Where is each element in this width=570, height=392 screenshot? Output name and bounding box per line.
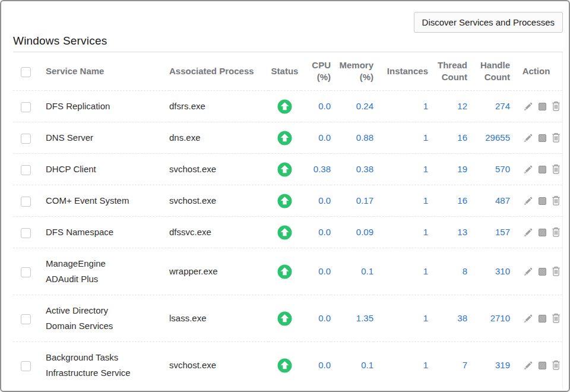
table-row: COM+ Event System svchost.exe 0.0 0.17 1… [13, 185, 563, 217]
service-name-cell: COM+ Event System [46, 185, 169, 217]
row-checkbox[interactable] [21, 361, 31, 371]
handle-count-cell[interactable]: 319 [467, 342, 510, 389]
cpu-cell[interactable]: 0.0 [301, 91, 331, 122]
thread-count-cell[interactable]: 13 [428, 217, 467, 248]
instances-cell[interactable]: 1 [373, 342, 428, 389]
cpu-cell[interactable]: 0.0 [301, 217, 331, 248]
cpu-cell[interactable]: 0.0 [301, 295, 331, 342]
handle-count-cell[interactable]: 157 [467, 217, 510, 248]
instances-cell[interactable]: 1 [373, 122, 428, 154]
status-up-arrow-icon [277, 264, 292, 279]
edit-pencil-icon[interactable] [523, 361, 533, 371]
edit-pencil-icon[interactable] [523, 267, 533, 277]
delete-trash-icon[interactable] [552, 266, 560, 277]
page-title: Windows Services [13, 34, 563, 52]
thread-count-cell[interactable]: 16 [428, 122, 467, 154]
stop-square-icon[interactable] [539, 197, 546, 205]
status-up-arrow-icon [277, 131, 292, 146]
row-checkbox[interactable] [21, 165, 31, 175]
thread-count-cell[interactable]: 12 [428, 91, 467, 122]
memory-cell[interactable]: 0.1 [331, 248, 373, 295]
cpu-cell[interactable]: 0.0 [301, 248, 331, 295]
memory-cell[interactable]: 0.88 [331, 122, 373, 154]
stop-square-icon[interactable] [539, 103, 546, 110]
stop-square-icon[interactable] [539, 268, 546, 276]
memory-cell[interactable]: 0.24 [331, 91, 373, 122]
action-cell [510, 91, 563, 122]
status-cell [268, 154, 301, 185]
stop-square-icon[interactable] [539, 229, 546, 236]
cpu-cell[interactable]: 0.0 [301, 342, 331, 389]
status-up-arrow-icon [277, 99, 292, 114]
col-header-service-name: Service Name [46, 52, 169, 91]
associated-process-cell: dfssvc.exe [169, 217, 268, 248]
edit-pencil-icon[interactable] [523, 102, 533, 112]
edit-pencil-icon[interactable] [523, 165, 533, 175]
action-cell [510, 154, 563, 185]
edit-pencil-icon[interactable] [523, 196, 533, 206]
handle-count-cell[interactable]: 310 [467, 248, 510, 295]
instances-cell[interactable]: 1 [373, 154, 428, 185]
action-cell [510, 295, 563, 342]
cpu-cell[interactable]: 0.0 [301, 185, 331, 217]
delete-trash-icon[interactable] [552, 313, 560, 324]
thread-count-cell[interactable]: 16 [428, 185, 467, 217]
action-cell [510, 248, 563, 295]
instances-cell[interactable]: 1 [373, 185, 428, 217]
status-up-arrow-icon [277, 225, 292, 240]
action-cell [510, 342, 563, 389]
delete-trash-icon[interactable] [552, 360, 560, 371]
handle-count-cell[interactable]: 487 [467, 185, 510, 217]
instances-cell[interactable]: 1 [373, 248, 428, 295]
handle-count-cell[interactable]: 2710 [467, 295, 510, 342]
discover-services-button[interactable]: Discover Services and Processes [414, 12, 563, 33]
instances-cell[interactable]: 1 [373, 295, 428, 342]
row-checkbox[interactable] [21, 228, 31, 238]
select-all-checkbox[interactable] [21, 67, 31, 77]
cpu-cell[interactable]: 0.38 [301, 154, 331, 185]
instances-cell[interactable]: 1 [373, 91, 428, 122]
associated-process-cell: svchost.exe [169, 154, 268, 185]
stop-square-icon[interactable] [539, 134, 546, 142]
delete-trash-icon[interactable] [552, 164, 560, 175]
service-name-cell: DNS Server [46, 122, 169, 154]
memory-cell[interactable]: 0.09 [331, 217, 373, 248]
cpu-cell[interactable]: 0.0 [301, 122, 331, 154]
stop-square-icon[interactable] [539, 166, 546, 173]
handle-count-cell[interactable]: 29655 [467, 122, 510, 154]
status-up-arrow-icon [277, 358, 292, 373]
delete-trash-icon[interactable] [552, 227, 560, 238]
edit-pencil-icon[interactable] [523, 227, 533, 238]
instances-cell[interactable]: 1 [373, 217, 428, 248]
row-checkbox[interactable] [21, 134, 31, 144]
thread-count-cell[interactable]: 8 [428, 248, 467, 295]
row-checkbox[interactable] [21, 197, 31, 207]
delete-trash-icon[interactable] [552, 132, 560, 143]
thread-count-cell[interactable]: 38 [428, 295, 467, 342]
memory-cell[interactable]: 0.17 [331, 185, 373, 217]
row-checkbox[interactable] [21, 314, 31, 324]
table-row: DFS Namespace dfssvc.exe 0.0 0.09 1 13 1… [13, 217, 563, 248]
col-header-instances: Instances [373, 52, 428, 91]
memory-cell[interactable]: 0.1 [331, 342, 373, 389]
status-cell [268, 185, 301, 217]
associated-process-cell: dfsrs.exe [169, 91, 268, 122]
thread-count-cell[interactable]: 7 [428, 342, 467, 389]
table-row: DNS Server dns.exe 0.0 0.88 1 16 29655 [13, 122, 563, 154]
row-checkbox[interactable] [21, 267, 31, 277]
stop-square-icon[interactable] [539, 362, 546, 369]
handle-count-cell[interactable]: 570 [467, 154, 510, 185]
memory-cell[interactable]: 0.38 [331, 154, 373, 185]
row-checkbox[interactable] [21, 102, 31, 112]
memory-cell[interactable]: 1.35 [331, 295, 373, 342]
edit-pencil-icon[interactable] [523, 314, 533, 324]
delete-trash-icon[interactable] [552, 195, 560, 206]
stop-square-icon[interactable] [539, 315, 546, 323]
handle-count-cell[interactable]: 274 [467, 91, 510, 122]
status-cell [268, 91, 301, 122]
thread-count-cell[interactable]: 19 [428, 154, 467, 185]
delete-trash-icon[interactable] [552, 101, 560, 112]
col-header-memory: Memory (%) [331, 52, 373, 91]
col-header-status: Status [268, 52, 301, 91]
edit-pencil-icon[interactable] [523, 133, 533, 143]
